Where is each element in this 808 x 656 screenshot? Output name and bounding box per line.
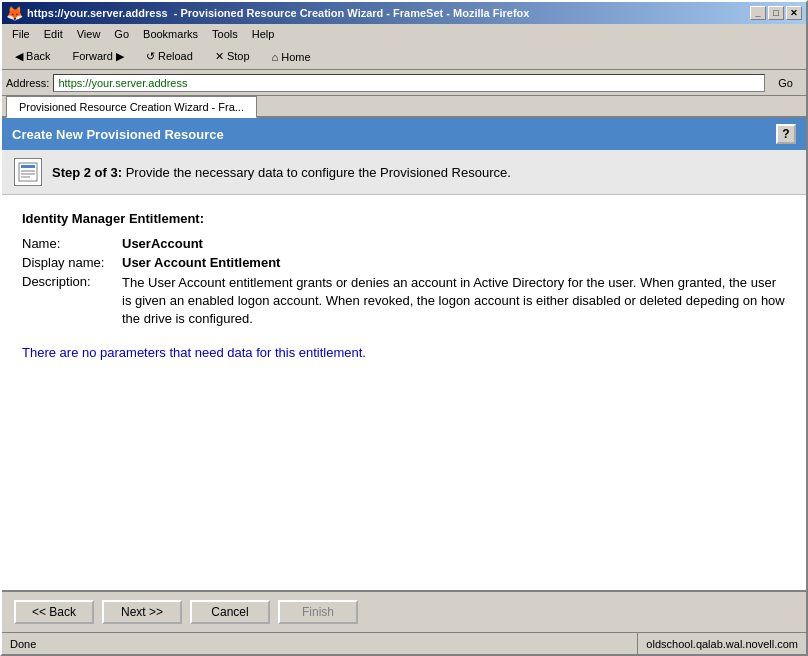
step-header: Step 2 of 3: Provide the necessary data …: [2, 150, 806, 195]
next-button[interactable]: Next >>: [102, 600, 182, 624]
wizard-header-title: Create New Provisioned Resource: [12, 127, 224, 142]
menu-go[interactable]: Go: [108, 26, 135, 42]
step-icon: [14, 158, 42, 186]
help-button[interactable]: ?: [776, 124, 796, 144]
cancel-button[interactable]: Cancel: [190, 600, 270, 624]
menu-tools[interactable]: Tools: [206, 26, 244, 42]
tab-bar: Provisioned Resource Creation Wizard - F…: [2, 96, 806, 118]
title-bar-text: https://your.server.address - Provisione…: [27, 7, 529, 19]
status-bar: Done oldschool.qalab.wal.novell.com: [2, 632, 806, 654]
name-value: UserAccount: [122, 236, 203, 251]
menu-view[interactable]: View: [71, 26, 107, 42]
menu-help[interactable]: Help: [246, 26, 281, 42]
display-name-value: User Account Entitlement: [122, 255, 280, 270]
step-detail-text: Provide the necessary data to configure …: [126, 165, 511, 180]
address-bar: Address: Go: [2, 70, 806, 96]
info-table: Name: UserAccount Display name: User Acc…: [22, 236, 786, 329]
page-content: Create New Provisioned Resource ? Step 2…: [2, 118, 806, 632]
step-icon-svg: [18, 162, 38, 182]
display-name-row: Display name: User Account Entitlement: [22, 255, 786, 270]
description-label: Description:: [22, 274, 122, 329]
description-value: The User Account entitlement grants or d…: [122, 274, 786, 329]
wizard-header: Create New Provisioned Resource ?: [2, 118, 806, 150]
address-input[interactable]: [53, 74, 765, 92]
tab-label: Provisioned Resource Creation Wizard - F…: [19, 101, 244, 113]
menu-edit[interactable]: Edit: [38, 26, 69, 42]
finish-button: Finish: [278, 600, 358, 624]
address-label: Address:: [6, 77, 49, 89]
title-bar: 🦊 https://your.server.address - Provisio…: [2, 2, 806, 24]
reload-toolbar-button[interactable]: ↺ Reload: [137, 47, 202, 66]
status-server: oldschool.qalab.wal.novell.com: [638, 638, 806, 650]
browser-window: 🦊 https://your.server.address - Provisio…: [0, 0, 808, 656]
browser-icon: 🦊: [6, 5, 23, 21]
description-row: Description: The User Account entitlemen…: [22, 274, 786, 329]
menu-bookmarks[interactable]: Bookmarks: [137, 26, 204, 42]
toolbar-bar: ◀ Back Forward ▶ ↺ Reload ✕ Stop ⌂ Home: [2, 44, 806, 70]
name-row: Name: UserAccount: [22, 236, 786, 251]
stop-toolbar-button[interactable]: ✕ Stop: [206, 47, 259, 66]
wizard-body: Identity Manager Entitlement: Name: User…: [2, 195, 806, 590]
menu-bar: File Edit View Go Bookmarks Tools Help: [2, 24, 806, 44]
title-bar-buttons[interactable]: _ □ ✕: [750, 6, 802, 20]
minimize-button[interactable]: _: [750, 6, 766, 20]
status-text: Done: [2, 633, 638, 654]
name-label: Name:: [22, 236, 122, 251]
section-title: Identity Manager Entitlement:: [22, 211, 786, 226]
svg-rect-1: [21, 165, 35, 168]
active-tab[interactable]: Provisioned Resource Creation Wizard - F…: [6, 96, 257, 118]
menu-file[interactable]: File: [6, 26, 36, 42]
back-button[interactable]: << Back: [14, 600, 94, 624]
title-bar-left: 🦊 https://your.server.address - Provisio…: [6, 5, 529, 21]
back-toolbar-button[interactable]: ◀ Back: [6, 47, 60, 66]
display-name-label: Display name:: [22, 255, 122, 270]
step-description: Step 2 of 3: Provide the necessary data …: [52, 165, 511, 180]
forward-toolbar-button[interactable]: Forward ▶: [64, 47, 133, 66]
maximize-button[interactable]: □: [768, 6, 784, 20]
no-params-message: There are no parameters that need data f…: [22, 345, 786, 360]
close-button[interactable]: ✕: [786, 6, 802, 20]
step-bold-text: Step 2 of 3:: [52, 165, 122, 180]
go-button[interactable]: Go: [769, 74, 802, 92]
wizard-footer: << Back Next >> Cancel Finish: [2, 590, 806, 632]
home-toolbar-button[interactable]: ⌂ Home: [263, 48, 320, 66]
